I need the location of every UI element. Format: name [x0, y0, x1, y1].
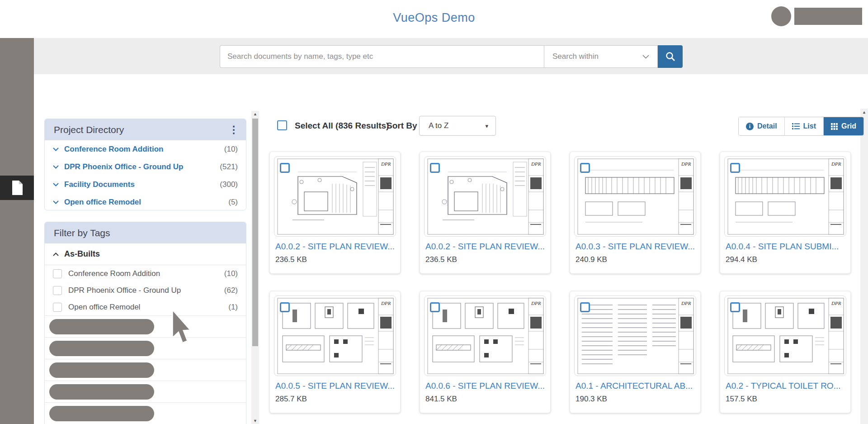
sidebar-scrollbar[interactable]: ▲ ▼ [251, 111, 259, 424]
tag-group-as-builts[interactable]: As-Builts [45, 243, 246, 265]
grid-view-label: Grid [841, 122, 856, 130]
document-card: A0.0.2 - SITE PLAN REVIEW... 236.5 KB [269, 152, 401, 274]
list-view-button[interactable]: List [785, 117, 824, 135]
tag-checkbox[interactable] [53, 286, 62, 295]
page: VueOps Demo Search within [0, 0, 868, 424]
document-title-link[interactable]: A0.2 - TYPICAL TOILET RO... [726, 381, 846, 391]
select-all-checkbox[interactable] [277, 120, 287, 130]
sort-select[interactable]: A to Z ▾ [419, 116, 496, 136]
document-thumbnail[interactable] [274, 156, 396, 237]
directory-item-label: DPR Phoenix Office - Ground Up [64, 162, 220, 172]
chevron-down-icon [53, 200, 59, 204]
search-icon [665, 52, 675, 62]
document-checkbox[interactable] [280, 163, 290, 173]
document-checkbox[interactable] [580, 302, 590, 312]
scroll-up-icon[interactable]: ▲ [251, 112, 259, 116]
filter-by-tags-panel: Filter by Tags As-Builts Conference Room… [44, 222, 246, 424]
search-input[interactable] [220, 45, 544, 68]
document-checkbox[interactable] [430, 163, 440, 173]
tag-checkbox[interactable] [53, 269, 62, 278]
search-band: Search within [34, 38, 868, 74]
redacted-tag-pill [49, 362, 154, 378]
kebab-menu-icon[interactable]: ⋮ [229, 125, 239, 135]
chevron-down-icon [53, 183, 59, 186]
redacted-tag-pill [49, 406, 154, 421]
document-size: 236.5 KB [425, 255, 457, 264]
top-header: VueOps Demo [0, 0, 868, 38]
document-thumbnail[interactable] [424, 295, 546, 376]
sidebar-item-documents[interactable] [0, 176, 34, 200]
directory-item-count: (521) [220, 162, 238, 172]
directory-item-open-office-remodel[interactable]: Open office Remodel (5) [45, 193, 246, 210]
document-thumbnail[interactable] [724, 295, 846, 376]
tag-option-conference-room-addition: Conference Room Addition (10) [45, 265, 246, 282]
document-title-link[interactable]: A0.0.3 - SITE PLAN REVIEW... [576, 242, 696, 252]
redacted-user-name [794, 8, 862, 25]
document-title-link[interactable]: A0.0.2 - SITE PLAN REVIEW... [275, 242, 396, 252]
document-size: 294.4 KB [726, 255, 757, 264]
tag-checkbox[interactable] [53, 303, 62, 312]
document-thumbnail[interactable] [724, 156, 846, 237]
document-title-link[interactable]: A0.1 - ARCHITECTURAL AB... [576, 381, 696, 391]
directory-item-conference-room-addition[interactable]: Conference Room Addition (10) [45, 140, 246, 158]
document-checkbox[interactable] [280, 302, 290, 312]
directory-item-dpr-phoenix-office[interactable]: DPR Phoenix Office - Ground Up (521) [45, 158, 246, 176]
directory-item-count: (10) [224, 145, 238, 154]
document-size: 285.7 KB [275, 395, 307, 404]
grid-view-button[interactable]: Grid [824, 117, 863, 135]
avatar[interactable] [771, 6, 791, 26]
document-title-link[interactable]: A0.0.5 - SITE PLAN REVIEW... [275, 381, 396, 391]
results-grid: A0.0.2 - SITE PLAN REVIEW... 236.5 KB A0… [269, 152, 851, 413]
chevron-down-icon [53, 148, 59, 151]
select-all-label: Select All (836 Results) [295, 121, 389, 131]
directory-item-label: Facility Documents [64, 180, 220, 189]
document-thumbnail[interactable] [574, 295, 696, 376]
document-thumbnail[interactable] [574, 156, 696, 237]
page-title: VueOps Demo [0, 11, 868, 25]
search-within-select[interactable]: Search within [544, 45, 658, 68]
search-button[interactable] [658, 45, 683, 68]
chevron-up-icon [53, 252, 59, 256]
tag-option-dpr-phoenix-office: DPR Phoenix Office - Ground Up (62) [45, 282, 246, 299]
document-title-link[interactable]: A0.0.2 - SITE PLAN REVIEW... [425, 242, 546, 252]
directory-item-label: Open office Remodel [64, 198, 228, 207]
sidebar-scrollbar-thumb[interactable] [252, 119, 258, 346]
document-card: A0.1 - ARCHITECTURAL AB... 190.3 KB [570, 291, 701, 413]
directory-item-facility-documents[interactable]: Facility Documents (300) [45, 176, 246, 193]
content-scrollbar[interactable]: ▲ [860, 109, 868, 424]
scroll-up-icon[interactable]: ▲ [860, 110, 868, 114]
document-checkbox[interactable] [730, 163, 740, 173]
caret-down-icon: ▾ [485, 123, 488, 129]
tag-group-label: As-Builts [64, 249, 100, 259]
search-bar: Search within [220, 45, 683, 68]
grid-icon [831, 123, 838, 130]
document-checkbox[interactable] [580, 163, 590, 173]
document-thumbnail[interactable] [274, 295, 396, 376]
document-title-link[interactable]: A0.0.4 - SITE PLAN SUBMI... [726, 242, 846, 252]
tag-option-count: (1) [228, 303, 238, 312]
redacted-tag-row [45, 359, 246, 381]
info-icon: i [746, 123, 754, 130]
redacted-tag-row [45, 402, 246, 424]
detail-view-button[interactable]: i Detail [739, 117, 785, 135]
project-directory-header: Project Directory ⋮ [45, 119, 246, 140]
document-title-link[interactable]: A0.0.6 - SITE PLAN REVIEW... [425, 381, 546, 391]
redacted-tag-pill [49, 319, 154, 334]
tag-option-count: (10) [224, 269, 238, 278]
document-size: 190.3 KB [576, 395, 607, 404]
document-icon [10, 180, 24, 196]
directory-item-count: (5) [228, 198, 238, 207]
view-toggle-group: i Detail List Grid [738, 117, 864, 136]
document-card: A0.0.5 - SITE PLAN REVIEW... 285.7 KB [269, 291, 401, 413]
document-size: 841.5 KB [425, 395, 457, 404]
directory-item-count: (300) [220, 180, 238, 189]
document-checkbox[interactable] [430, 302, 440, 312]
redacted-tag-row [45, 337, 246, 359]
tag-option-count: (62) [224, 286, 238, 295]
scroll-down-icon[interactable]: ▼ [251, 419, 259, 423]
chevron-down-icon [53, 165, 59, 169]
sort-by-label: Sort By [387, 121, 417, 131]
document-checkbox[interactable] [730, 302, 740, 312]
filter-by-tags-header: Filter by Tags [45, 222, 246, 243]
document-thumbnail[interactable] [424, 156, 546, 237]
